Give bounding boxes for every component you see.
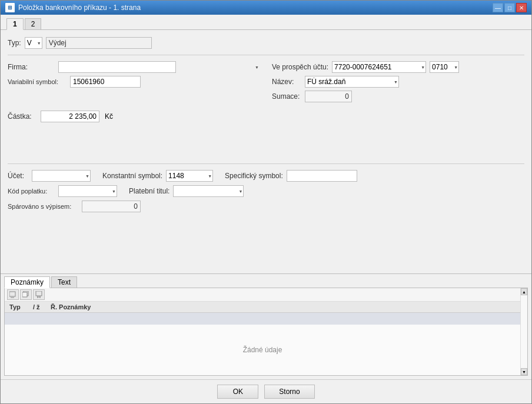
variabilni-input[interactable]	[70, 76, 141, 88]
top-tabs: 1 2	[1, 15, 531, 30]
castka-unit: Kč	[105, 112, 113, 121]
bottom-tabs: Poznámky Text	[1, 274, 531, 288]
typ-select-wrapper[interactable]: V	[25, 37, 42, 49]
castka-label: Částka:	[8, 112, 37, 121]
castka-input[interactable]	[41, 111, 99, 122]
delete-row-button[interactable]	[33, 289, 45, 300]
copy-row-button[interactable]	[20, 289, 32, 300]
window-icon: ⊞	[5, 3, 15, 12]
kod-label: Kód poplatku:	[8, 188, 55, 195]
svg-rect-0	[9, 292, 15, 296]
svg-rect-4	[36, 291, 42, 296]
right-section-veprospech: Ve prospěch účtu: 7720-0007624651 0710	[272, 61, 524, 102]
platebni-select[interactable]	[173, 185, 244, 197]
specificky-input[interactable]	[287, 170, 357, 182]
window-content: 1 2 Typ: V Firma:	[1, 15, 531, 403]
veprospech-code-select[interactable]: 0710	[430, 61, 459, 73]
typ-select[interactable]: V	[25, 37, 42, 49]
add-row-button[interactable]	[7, 289, 19, 300]
col-typ: Typ	[7, 303, 31, 311]
sparovano-label: Spárováno s výpisem:	[8, 203, 78, 210]
close-button[interactable]: ✕	[516, 3, 527, 12]
table-header: Typ / ž Ř. Poznámky	[5, 302, 520, 313]
konstantni-group: Konstantní symbol: 1148	[102, 170, 213, 182]
tab-1[interactable]: 1	[6, 18, 24, 30]
scroll-down-button[interactable]: ▼	[521, 368, 527, 375]
typ-label: Typ:	[8, 39, 21, 47]
col-poznamky: Ř. Poznámky	[48, 303, 518, 311]
sumace-row: Sumace:	[272, 91, 524, 102]
specificky-label: Specifický symbol:	[225, 172, 283, 180]
ok-button[interactable]: OK	[217, 385, 258, 399]
tab-poznamky[interactable]: Poznámky	[4, 276, 50, 288]
kod-select-wrapper[interactable]	[58, 185, 117, 197]
spacer2	[8, 146, 524, 158]
tab-text[interactable]: Text	[51, 276, 77, 288]
sumace-input[interactable]	[305, 91, 352, 102]
nazev-row: Název: FÚ sráž.daň	[272, 76, 524, 88]
table-toolbar	[5, 288, 520, 302]
scroll-up-button[interactable]: ▲	[521, 288, 527, 295]
copy-icon	[22, 291, 29, 298]
title-bar-left: ⊞ Položka bankovního příkazu - 1. strana	[5, 3, 141, 12]
nazev-select[interactable]: FÚ sráž.daň	[305, 76, 399, 88]
title-bar: ⊞ Položka bankovního příkazu - 1. strana…	[1, 1, 531, 15]
storno-button[interactable]: Storno	[264, 385, 314, 399]
typ-row: Typ: V	[8, 37, 524, 49]
delete-icon	[35, 291, 42, 298]
title-buttons: — □ ✕	[493, 3, 527, 12]
minimize-button[interactable]: —	[493, 3, 503, 12]
window-title: Položka bankovního příkazu - 1. strana	[18, 4, 141, 12]
table-area: Typ / ž Ř. Poznámky Žádné údaje ▲	[4, 288, 528, 376]
variabilni-row: Variabilní symbol:	[8, 76, 260, 88]
ucet-select[interactable]	[32, 170, 91, 182]
sumace-label: Sumace:	[272, 92, 301, 101]
veprospech-label: Ve prospěch účtu:	[272, 63, 328, 71]
scrollbar-right[interactable]: ▲ ▼	[520, 288, 527, 375]
sep1	[8, 55, 524, 55]
kod-group: Kód poplatku:	[8, 185, 117, 197]
firma-veprospech-row: Firma: Variabilní symbol: Ve prospěch úč…	[8, 61, 524, 102]
specificky-group: Specifický symbol:	[225, 170, 357, 182]
typ-description	[46, 37, 152, 49]
variabilni-label: Variabilní symbol:	[8, 78, 66, 85]
table-content: Typ / ž Ř. Poznámky Žádné údaje	[5, 288, 520, 375]
platebni-label: Platební titul:	[129, 187, 169, 195]
spacer1	[8, 131, 524, 142]
firma-select-wrapper[interactable]	[58, 61, 260, 73]
konstantni-label: Konstantní symbol:	[102, 172, 162, 180]
table-empty: Žádné údaje	[5, 325, 520, 375]
table-selected-row	[5, 313, 520, 325]
firma-select[interactable]	[58, 61, 176, 73]
tab-2[interactable]: 2	[25, 18, 42, 29]
table-with-scroll: Typ / ž Ř. Poznámky Žádné údaje ▲	[5, 288, 527, 375]
empty-message: Žádné údaje	[243, 346, 282, 354]
table-body-wrapper: Žádné údaje	[5, 313, 520, 375]
ucet-group: Účet:	[8, 170, 91, 182]
veprospech-select-wrapper[interactable]: 7720-0007624651	[332, 61, 426, 73]
left-section-firma: Firma: Variabilní symbol:	[8, 61, 260, 88]
castka-row: Částka: Kč	[8, 111, 524, 122]
platebni-group: Platební titul:	[129, 185, 244, 197]
kod-select[interactable]	[58, 185, 117, 197]
kod-platebni-row: Kód poplatku: Platební titul:	[8, 185, 524, 197]
add-icon	[9, 291, 16, 298]
veprospech-select[interactable]: 7720-0007624651	[332, 61, 426, 73]
ucet-konstantni-specificky-row: Účet: Konstantní symbol: 1148 Specifický…	[8, 170, 524, 182]
ucet-select-wrapper[interactable]	[32, 170, 91, 182]
nazev-label: Název:	[272, 78, 301, 86]
sparovano-input[interactable]	[82, 201, 141, 212]
konstantni-select[interactable]: 1148	[166, 170, 213, 182]
main-area: Typ: V Firma:	[1, 30, 531, 273]
veprospech-code-wrapper[interactable]: 0710	[430, 61, 459, 73]
firma-label: Firma:	[8, 63, 55, 71]
scroll-track	[521, 295, 527, 368]
castka-area: Částka: Kč	[8, 111, 524, 122]
konstantni-select-wrapper[interactable]: 1148	[166, 170, 213, 182]
col-r: / ž	[31, 303, 48, 311]
nazev-select-wrapper[interactable]: FÚ sráž.daň	[305, 76, 399, 88]
maximize-button[interactable]: □	[504, 3, 515, 12]
svg-rect-3	[22, 292, 27, 297]
ucet-label: Účet:	[8, 172, 28, 180]
platebni-select-wrapper[interactable]	[173, 185, 244, 197]
